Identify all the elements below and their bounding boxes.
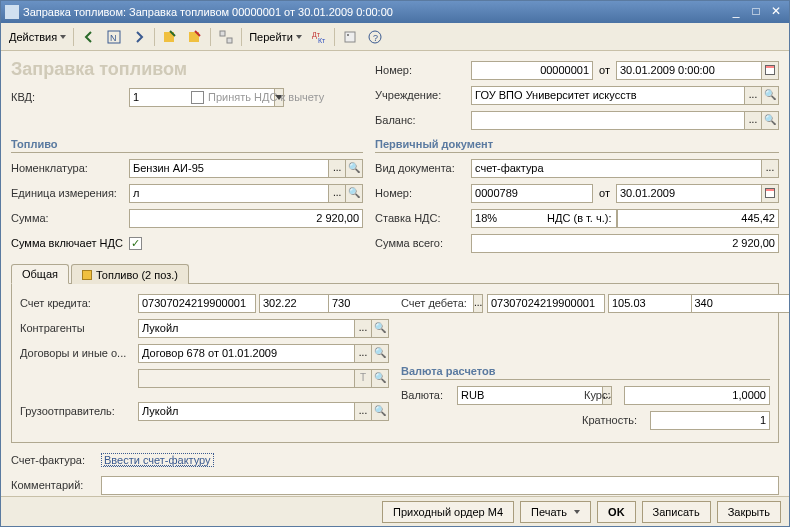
calendar-icon[interactable] [762, 61, 779, 80]
comment-input[interactable] [101, 476, 779, 495]
window: Заправка топливом: Заправка топливом 000… [0, 0, 790, 527]
doc-date-input[interactable] [616, 184, 762, 203]
nomenclature-select-icon[interactable]: ... [329, 159, 346, 178]
toolbar-unpost-icon[interactable] [183, 26, 207, 48]
counterparty-label: Контрагенты [20, 322, 138, 334]
nomenclature-input[interactable] [129, 159, 329, 178]
empty-t-icon[interactable]: T [355, 369, 372, 388]
svg-text:?: ? [373, 33, 378, 43]
counterparty-search-icon[interactable]: 🔍 [372, 319, 389, 338]
toolbar-settings-icon[interactable] [338, 26, 362, 48]
contracts-input[interactable] [138, 344, 355, 363]
counterparty-select-icon[interactable]: ... [355, 319, 372, 338]
balance-label: Баланс: [375, 114, 471, 126]
app-icon [5, 5, 19, 19]
goto-menu[interactable]: Перейти [245, 26, 306, 48]
close-footer-button[interactable]: Закрыть [717, 501, 781, 523]
order-m4-button[interactable]: Приходный ордер М4 [382, 501, 514, 523]
toolbar-refresh-icon[interactable]: N [102, 26, 126, 48]
invoice-label: Счет-фактура: [11, 454, 101, 466]
currency-input[interactable] [457, 386, 603, 405]
ok-button[interactable]: OK [597, 501, 636, 523]
currency-section: Валюта расчетов [401, 365, 770, 380]
tab-content: Счет кредита: ... ... [11, 284, 779, 443]
svg-text:N: N [110, 33, 117, 43]
institution-input[interactable] [471, 86, 745, 105]
multiplicity-input[interactable] [650, 411, 770, 430]
maximize-button[interactable]: □ [747, 4, 765, 20]
credit-account-input[interactable] [138, 294, 256, 313]
credit-account-label: Счет кредита: [20, 297, 138, 309]
kvd-label: КВД: [11, 91, 129, 103]
print-button[interactable]: Печать [520, 501, 591, 523]
tabs: Общая Топливо (2 поз.) [11, 263, 779, 284]
nomenclature-search-icon[interactable]: 🔍 [346, 159, 363, 178]
unit-input[interactable] [129, 184, 329, 203]
vat-rate-label: Ставка НДС: [375, 212, 471, 224]
close-button[interactable]: ✕ [767, 4, 785, 20]
fuel-tab-icon [82, 270, 92, 280]
empty-search-icon[interactable]: 🔍 [372, 369, 389, 388]
doc-number-input[interactable] [471, 184, 593, 203]
contracts-search-icon[interactable]: 🔍 [372, 344, 389, 363]
doc-number-label: Номер: [375, 187, 471, 199]
date-input[interactable] [616, 61, 762, 80]
institution-search-icon[interactable]: 🔍 [762, 86, 779, 105]
svg-rect-8 [345, 32, 355, 42]
vat-deduct-checkbox[interactable] [191, 91, 204, 104]
nomenclature-label: Номенклатура: [11, 162, 129, 174]
institution-select-icon[interactable]: ... [745, 86, 762, 105]
svg-rect-4 [220, 31, 225, 36]
toolbar-post-icon[interactable] [158, 26, 182, 48]
debit-account-input[interactable] [487, 294, 605, 313]
doc-type-select-icon[interactable]: ... [762, 159, 779, 178]
contracts-select-icon[interactable]: ... [355, 344, 372, 363]
toolbar-forward-icon[interactable] [127, 26, 151, 48]
vat-amount-label: НДС (в т. ч.): [547, 212, 611, 224]
vat-deduct-label: Принять НДС к вычету [208, 91, 324, 103]
toolbar-back-icon[interactable] [77, 26, 101, 48]
shipper-search-icon[interactable]: 🔍 [372, 402, 389, 421]
total-input[interactable] [471, 234, 779, 253]
primary-doc-section: Первичный документ [375, 138, 779, 153]
shipper-select-icon[interactable]: ... [355, 402, 372, 421]
tab-general[interactable]: Общая [11, 264, 69, 284]
svg-rect-9 [347, 34, 349, 36]
sum-includes-vat-checkbox[interactable]: ✓ [129, 237, 142, 250]
contracts-label: Договоры и иные о... [20, 347, 138, 359]
rate-label: Курс: [584, 389, 624, 401]
balance-input[interactable] [471, 111, 745, 130]
titlebar: Заправка топливом: Заправка топливом 000… [1, 1, 789, 23]
toolbar-struct-icon[interactable] [214, 26, 238, 48]
fuel-section: Топливо [11, 138, 363, 153]
minimize-button[interactable]: _ [727, 4, 745, 20]
actions-menu[interactable]: Действия [5, 26, 70, 48]
from-label: от [599, 64, 610, 76]
currency-label: Валюта: [401, 389, 457, 401]
debit-account-label: Счет дебета: [401, 297, 487, 309]
shipper-input[interactable] [138, 402, 355, 421]
balance-search-icon[interactable]: 🔍 [762, 111, 779, 130]
unit-select-icon[interactable]: ... [329, 184, 346, 203]
sum-input[interactable] [129, 209, 363, 228]
rate-input[interactable] [624, 386, 770, 405]
toolbar-dtkt-icon[interactable]: ДтКт [307, 26, 331, 48]
tab-fuel[interactable]: Топливо (2 поз.) [71, 264, 189, 284]
sum-includes-vat-label: Сумма включает НДС [11, 237, 123, 249]
svg-text:Кт: Кт [318, 37, 326, 44]
toolbar: Действия N Перейти ДтКт ? [1, 23, 789, 51]
counterparty-input[interactable] [138, 319, 355, 338]
total-label: Сумма всего: [375, 237, 471, 249]
vat-amount-input[interactable] [617, 209, 779, 228]
debit-sub2-input[interactable] [691, 294, 790, 313]
doc-type-input[interactable] [471, 159, 762, 178]
unit-search-icon[interactable]: 🔍 [346, 184, 363, 203]
empty-input [138, 369, 355, 388]
shipper-label: Грузоотправитель: [20, 405, 138, 417]
invoice-link[interactable]: Ввести счет-фактуру [101, 453, 214, 467]
save-button[interactable]: Записать [642, 501, 711, 523]
balance-select-icon[interactable]: ... [745, 111, 762, 130]
number-input[interactable] [471, 61, 593, 80]
toolbar-help-icon[interactable]: ? [363, 26, 387, 48]
doc-calendar-icon[interactable] [762, 184, 779, 203]
